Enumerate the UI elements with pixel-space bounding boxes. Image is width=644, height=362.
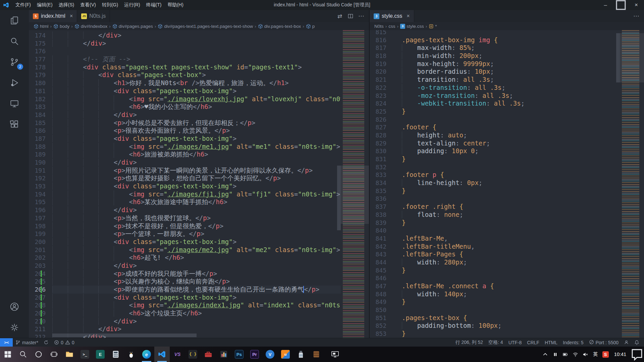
- close-tab-icon[interactable]: ×: [407, 13, 410, 19]
- code-line-837[interactable]: .footer .right {: [402, 203, 620, 211]
- feedback-button[interactable]: [621, 338, 632, 347]
- terminal-app[interactable]: >_: [77, 347, 93, 362]
- photoshop-app[interactable]: Ps: [231, 347, 247, 362]
- code-line-834[interactable]: line-height: 0px;: [402, 179, 620, 187]
- vertical-scrollbar[interactable]: [337, 166, 341, 230]
- cortana-button[interactable]: [31, 347, 46, 362]
- breadcrumb-item[interactable]: p: [306, 24, 315, 29]
- breadcrumb-item[interactable]: div#Indexbox: [74, 24, 108, 29]
- code-line-187[interactable]: <div class="pages-text-box-img">: [52, 135, 341, 143]
- code-line-190[interactable]: </div>: [52, 159, 341, 167]
- remote-indicator[interactable]: ><: [0, 338, 13, 347]
- breadcrumb-item[interactable]: div#pages.pages: [112, 24, 153, 29]
- code-line-199[interactable]: <p>一个篮球，一群朋友。</p>: [52, 230, 341, 238]
- projector-app[interactable]: [327, 347, 343, 362]
- code-line-176[interactable]: [52, 47, 341, 55]
- code-line-839[interactable]: }: [402, 219, 620, 227]
- code-line-196[interactable]: </div>: [52, 206, 341, 214]
- v-app[interactable]: V: [262, 347, 278, 362]
- tray-sogou[interactable]: S: [600, 347, 610, 362]
- code-line-205[interactable]: <p>以兴趣作为核心，继续向前奔跑</p>: [52, 278, 341, 286]
- edge-browser-app[interactable]: e: [139, 347, 154, 362]
- jar-app[interactable]: [293, 347, 309, 362]
- breadcrumb-item[interactable]: N0ts: [374, 24, 384, 29]
- code-line-848[interactable]: width: 140px;: [402, 290, 620, 298]
- code-line-183[interactable]: <h6>♥我的小公主写的</h6>: [52, 103, 341, 111]
- notification-center-button[interactable]: [630, 347, 644, 362]
- code-line-211[interactable]: </div>: [52, 325, 341, 333]
- split-editor-icon[interactable]: [346, 12, 355, 20]
- code-line-181[interactable]: <div class="pages-text-box-img">: [52, 87, 341, 95]
- code-area[interactable]: .pages-text-box-img img { max-width: 85%…: [393, 30, 620, 338]
- code-line-175[interactable]: </div>: [52, 40, 341, 48]
- code-line-823[interactable]: -moz-transition: all .3s;: [402, 92, 620, 100]
- breadcrumb-item[interactable]: 3style.css: [400, 24, 424, 29]
- code-line-846[interactable]: [402, 274, 620, 282]
- status-indentation[interactable]: 空格: 4: [486, 338, 506, 347]
- horizontal-scrollbar[interactable]: [52, 334, 197, 337]
- code-line-818[interactable]: min-width: 200px;: [402, 52, 620, 60]
- editor-app[interactable]: E: [93, 347, 108, 362]
- code-line-174[interactable]: </div>: [52, 32, 341, 40]
- code-line-853[interactable]: }: [402, 330, 620, 338]
- breadcrumb-item[interactable]: body: [53, 24, 69, 29]
- code-line-829[interactable]: text-align: center;: [402, 139, 620, 147]
- tray-volume-muted[interactable]: [580, 347, 590, 362]
- menu-view[interactable]: 查看(V): [77, 0, 99, 10]
- breadcrumb-item[interactable]: div#pages-text1.pages-text.pages-text-sh…: [158, 24, 253, 29]
- barrel-app[interactable]: [309, 347, 324, 362]
- status-eol-sequence[interactable]: CRLF: [524, 338, 542, 347]
- code-line-206[interactable]: <p>即使前方的路看似绝境，也要有硬生生给自己开出一条路的勇气</p>: [52, 286, 341, 294]
- code-line-179[interactable]: <div class="pages-text-box">: [52, 71, 341, 79]
- minimize-button[interactable]: ─: [598, 0, 613, 10]
- code-line-202[interactable]: <h6>起飞! </h6>: [52, 254, 341, 262]
- vertical-scrollbar[interactable]: [616, 33, 620, 82]
- code-line-207[interactable]: <div class="pages-text-box-img">: [52, 294, 341, 302]
- qq-app[interactable]: [123, 347, 139, 362]
- code-line-851[interactable]: .pages-text-box {: [402, 314, 620, 322]
- menu-terminal[interactable]: 终端(T): [143, 0, 165, 10]
- tray-ime[interactable]: 英: [590, 347, 600, 362]
- code-line-186[interactable]: <p>很喜欢去外面旅行，欣赏风景。</p>: [52, 127, 341, 135]
- minimap-slider[interactable]: [620, 33, 644, 82]
- tray-expand[interactable]: [540, 347, 550, 362]
- code-area[interactable]: </div> </div> <!-- 页面 --> <div class="pa…: [52, 30, 341, 338]
- breadcrumb-item[interactable]: *: [429, 24, 437, 29]
- code-line-184[interactable]: </div>: [52, 111, 341, 119]
- code-line-849[interactable]: }: [402, 298, 620, 306]
- code-line-193[interactable]: <div class="pages-text-box-img">: [52, 182, 341, 190]
- status-language-mode[interactable]: HTML: [542, 338, 560, 347]
- menu-help[interactable]: 帮助(H): [164, 0, 186, 10]
- vscode-app[interactable]: [154, 347, 170, 362]
- code-line-178[interactable]: <div class="pages-text pages-text-show" …: [52, 63, 341, 71]
- sync-status[interactable]: [41, 338, 51, 347]
- activity-extensions[interactable]: [0, 114, 29, 135]
- more-actions-icon[interactable]: ⋯: [357, 12, 366, 20]
- snip-tool-app[interactable]: { }: [185, 347, 201, 362]
- code-line-815[interactable]: [402, 30, 620, 36]
- tab-index.html[interactable]: 5index.html×: [29, 10, 77, 22]
- menu-file[interactable]: 文件(F): [12, 0, 34, 10]
- code-line-180[interactable]: <h1>你好，我是N0ts<br />热爱编程，旅游，运动。</h1>: [52, 79, 341, 87]
- code-line-826[interactable]: [402, 116, 620, 124]
- calculator-app[interactable]: [108, 347, 123, 362]
- code-line-821[interactable]: transition: all .3s;: [402, 76, 620, 84]
- code-line-831[interactable]: }: [402, 155, 620, 163]
- code-line-838[interactable]: float: none;: [402, 211, 620, 219]
- code-line-204[interactable]: <p>成绩不好的我只能放手一搏</p>: [52, 270, 341, 278]
- status-cursor-position[interactable]: 行 206, 列 52: [453, 338, 486, 347]
- activity-explorer[interactable]: [0, 10, 29, 31]
- code-line-843[interactable]: .leftBar-Pages {: [402, 250, 620, 258]
- code-line-189[interactable]: <h6>旅游被弟弟抓拍</h6>: [52, 150, 341, 159]
- code-line-182[interactable]: <img src="./images/lovexhj.jpg" alt="lov…: [52, 95, 341, 103]
- code-line-201[interactable]: <img src="./images/me2.jpg" alt="me2" cl…: [52, 246, 341, 254]
- minimap[interactable]: [341, 30, 369, 338]
- code-line-842[interactable]: .leftBar-titleMenu,: [402, 243, 620, 251]
- maximize-button[interactable]: [613, 0, 629, 10]
- start-button[interactable]: [0, 347, 15, 362]
- status-live-server-port[interactable]: Port : 5500: [586, 338, 622, 347]
- search-button[interactable]: [15, 347, 31, 362]
- breadcrumb-item[interactable]: html: [34, 24, 49, 29]
- tray-network[interactable]: [570, 347, 580, 362]
- tab-N0ts.js[interactable]: JSN0ts.js: [77, 10, 110, 22]
